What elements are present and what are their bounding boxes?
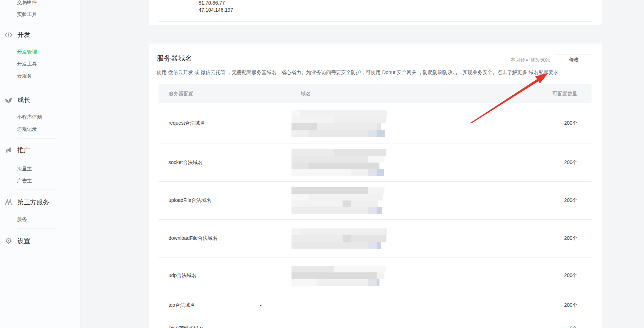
sidebar-section-label: 开发 <box>17 30 30 39</box>
previous-section-card: 81.70.86.77 47.104.146.197 <box>149 0 602 25</box>
ip-address: 81.70.86.77 <box>199 0 233 6</box>
domain-cell: - <box>260 302 521 308</box>
ip-address-list: 81.70.86.77 47.104.146.197 <box>199 0 233 13</box>
modify-button[interactable]: 修改 <box>556 55 592 65</box>
sidebar-section-label: 成长 <box>17 96 30 104</box>
sidebar-divider <box>17 190 56 190</box>
sidebar-section-settings[interactable]: ⚙设置 <box>0 230 80 252</box>
server-config-label: uploadFile合法域名 <box>159 197 260 204</box>
wechat-miniprogram-console: 交易组件实验工具开发开发管理开发工具云服务成长小程序评测违规记录推广流量主广告主… <box>0 0 644 328</box>
sidebar-section-label: 设置 <box>17 237 30 245</box>
domain-cell <box>260 266 521 286</box>
sidebar: 交易组件实验工具开发开发管理开发工具云服务成长小程序评测违规记录推广流量主广告主… <box>0 0 81 328</box>
code-icon <box>4 30 13 39</box>
server-config-label: tcp合法域名 <box>159 302 260 309</box>
server-config-label: udp合法域名 <box>159 272 260 279</box>
domain-cell <box>260 187 521 214</box>
table-row: request合法域名200个 <box>159 103 592 143</box>
domain-cell <box>260 110 521 137</box>
column-header: 服务器配置 <box>159 91 260 97</box>
description-segment: ，无需配置服务器域名，省心省力。如业务访问需要安全防护，可使用 <box>226 69 382 75</box>
sidebar-section-development[interactable]: 开发 <box>0 23 80 46</box>
sidebar-item-violation-records[interactable]: 违规记录 <box>0 123 80 135</box>
quota-value: 200个 <box>521 272 592 279</box>
sidebar-item-traffic-master[interactable]: 流量主 <box>0 163 80 175</box>
column-header: 域名 <box>260 91 521 97</box>
quota-value: 200个 <box>521 302 592 309</box>
censored-domain-mosaic <box>292 266 521 286</box>
sidebar-section-third-party[interactable]: 第三方服务 <box>0 191 80 214</box>
divider <box>159 21 592 22</box>
sidebar-item-experiment-tools[interactable]: 实验工具 <box>0 9 80 21</box>
quota-value: 200个 <box>521 235 592 242</box>
sidebar-item-dev-tools[interactable]: 开发工具 <box>0 58 80 70</box>
sidebar-section-label: 第三方服务 <box>17 198 49 207</box>
wxcloud-hosting-link[interactable]: 微信云托管 <box>201 69 226 75</box>
quota-value: 200个 <box>521 159 592 166</box>
megaphone-icon <box>4 146 13 154</box>
server-domain-table: 服务器配置域名可配置数量request合法域名200个socket合法域名200… <box>159 84 592 328</box>
domain-config-requirements-link[interactable]: 域名配置要求 <box>528 69 558 75</box>
server-config-label: socket合法域名 <box>159 159 260 166</box>
quota-value: 200个 <box>521 197 592 204</box>
description-segment: 使用 <box>157 69 168 75</box>
empty-domain-value: - <box>260 302 262 308</box>
table-row: DNS预解析域名5个 <box>159 317 592 328</box>
description-text: 使用 微信云开发 或 微信云托管 ，无需配置服务器域名，省心省力。如业务访问需要… <box>157 69 582 76</box>
table-row: uploadFile合法域名200个 <box>159 182 592 220</box>
sidebar-item-cloud-service[interactable]: 云服务 <box>0 70 80 82</box>
description-segment: ，防爬防刷防攻击，实现业务安全。点击了解更多 <box>417 69 529 75</box>
sidebar-item-trade-components[interactable]: 交易组件 <box>0 0 80 9</box>
table-row: udp合法域名200个 <box>159 258 592 294</box>
description-segment: 或 <box>193 69 201 75</box>
censored-domain-mosaic <box>292 110 521 137</box>
server-domain-card: 服务器域名 本月还可修改50次 修改 使用 微信云开发 或 微信云托管 ，无需配… <box>149 44 602 328</box>
sprout-icon <box>4 96 13 104</box>
domain-cell <box>260 228 521 249</box>
server-config-label: request合法域名 <box>159 120 260 126</box>
domain-cell <box>260 149 521 176</box>
censored-domain-mosaic <box>292 187 521 214</box>
monthly-quota-text: 本月还可修改50次 <box>510 57 551 63</box>
table-row: tcp合法域名-200个 <box>159 294 592 317</box>
quota-value: 5个 <box>521 326 592 328</box>
donut-gateway-link[interactable]: Donut 安全网关 <box>382 69 416 75</box>
server-config-label: downloadFile合法域名 <box>159 235 260 242</box>
quota-value: 200个 <box>521 120 592 126</box>
censored-domain-mosaic <box>292 228 521 249</box>
sidebar-section-promotion[interactable]: 推广 <box>0 139 80 162</box>
third-party-icon <box>4 198 13 207</box>
column-header: 可配置数量 <box>521 91 592 97</box>
sidebar-section-label: 推广 <box>17 146 30 154</box>
sidebar-divider <box>17 87 56 87</box>
table-header-row: 服务器配置域名可配置数量 <box>159 84 592 103</box>
wxcloud-dev-link[interactable]: 微信云开发 <box>168 69 193 75</box>
sidebar-item-dev-management[interactable]: 开发管理 <box>0 46 80 58</box>
sidebar-item-miniprogram-evaluation[interactable]: 小程序评测 <box>0 111 80 123</box>
table-row: socket合法域名200个 <box>159 143 592 182</box>
page-title: 服务器域名 <box>157 53 192 63</box>
sidebar-section-growth[interactable]: 成长 <box>0 89 80 111</box>
sidebar-item-service[interactable]: 服务 <box>0 214 80 226</box>
sidebar-divider <box>17 228 56 229</box>
ip-address: 47.104.146.197 <box>199 6 233 13</box>
censored-domain-mosaic <box>292 149 521 176</box>
gear-icon: ⚙ <box>4 237 13 245</box>
table-row: downloadFile合法域名200个 <box>159 220 592 258</box>
sidebar-item-advertiser[interactable]: 广告主 <box>0 175 80 187</box>
server-config-label: DNS预解析域名 <box>159 326 260 328</box>
